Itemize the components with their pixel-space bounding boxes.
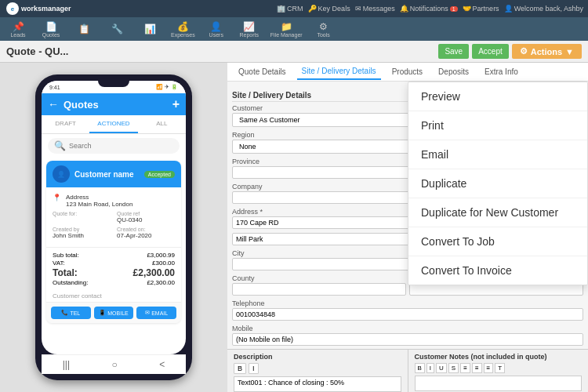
phone-quote-card: 👤 Customer name Accepted 📍 Address 123 M… [46, 161, 181, 323]
phone-card-body: 📍 Address 123 Main Road, London Quote fo… [46, 187, 181, 247]
phone-quote-ref-box: Quote ref QU-0340 [117, 211, 175, 223]
phone-tab-all[interactable]: ALL [138, 115, 186, 133]
phone-circle-icon[interactable]: ○ [112, 359, 118, 370]
action-duplicate[interactable]: Duplicate [408, 169, 587, 198]
action-email[interactable]: Email [408, 140, 587, 169]
mobile-input[interactable] [232, 333, 583, 346]
phone-action-buttons: 📞 TEL 📱 MOBILE ✉ EMAIL [46, 302, 181, 323]
nav-messages[interactable]: ✉ Messages [355, 5, 395, 13]
phone-mobile-button[interactable]: 📱 MOBILE [94, 307, 134, 319]
phone-back-icon[interactable]: < [159, 359, 165, 370]
nav-crm[interactable]: 🏢 CRM [277, 5, 303, 13]
page-header-buttons: Save Accept ⚙ Actions ▼ [438, 44, 582, 59]
key-deals-icon: 🔑 [308, 5, 317, 13]
action-print[interactable]: Print [408, 111, 587, 140]
nav-item-5[interactable]: 📊 [138, 24, 162, 34]
brand-icon: e [6, 2, 19, 15]
phone-total-value: £2,300.00 [133, 267, 175, 278]
tab-extra-info[interactable]: Extra Info [480, 64, 523, 79]
actions-dropdown: Preview Print Email Duplicate Duplicate … [408, 82, 588, 285]
phone-back-button[interactable]: ← [48, 98, 59, 111]
nav-tools[interactable]: ⚙ Tools [312, 21, 336, 38]
phone-home-icon[interactable]: ||| [63, 359, 70, 370]
phone-search-input[interactable] [69, 142, 173, 150]
tab-site-delivery[interactable]: Site / Delivery Details [297, 64, 381, 80]
notes-underline-button[interactable]: U [436, 363, 447, 373]
mobile-label: Mobile [232, 325, 583, 332]
notes-bold-button[interactable]: B [415, 363, 425, 373]
notes-align-right-button[interactable]: ≡ [484, 363, 494, 373]
user-icon: 👤 [504, 5, 513, 13]
phone-outstanding-value: £2,300.00 [147, 279, 175, 286]
editor-toolbar: B I [234, 363, 401, 374]
notes-strikethrough-button[interactable]: S [448, 363, 459, 373]
nav5-icon: 📊 [144, 24, 156, 34]
tab-products[interactable]: Products [387, 64, 427, 79]
description-content[interactable]: Text001 : Chance of closing : 50% [234, 376, 401, 392]
notes-align-center-button[interactable]: ≡ [472, 363, 482, 373]
telephone-input[interactable] [232, 308, 583, 321]
phone-vat-value: £300.00 [152, 260, 175, 267]
reports-icon: 📈 [243, 21, 255, 32]
phone-address-row: 📍 Address 123 Main Road, London [53, 194, 175, 208]
phone-total-row: Total: £2,300.00 [53, 267, 175, 278]
phone-location-icon: 📍 [53, 194, 61, 201]
phone-mockup: 9:41 📶 ✈ 🔋 ← Quotes + DRAFT ACTIONED ALL [35, 74, 192, 380]
nav-welcome[interactable]: 👤 Welcome back, Ashby [504, 5, 583, 13]
editor-italic-button[interactable]: I [249, 363, 259, 374]
brand-name: worksmanager [21, 5, 71, 13]
phone-tel-button[interactable]: 📞 TEL [51, 307, 91, 319]
action-duplicate-new-customer[interactable]: Duplicate for New Customer [408, 198, 587, 227]
phone-contact-label: Customer contact [46, 290, 181, 302]
nav-notifications[interactable]: 🔔 Notifications 1 [400, 5, 458, 13]
notes-text-button[interactable]: T [495, 363, 505, 373]
action-convert-to-invoice[interactable]: Convert To Invoice [408, 256, 587, 285]
editor-bold-button[interactable]: B [234, 363, 246, 374]
nav3-icon: 📋 [78, 24, 90, 34]
accept-button[interactable]: Accept [472, 44, 509, 59]
phone-header: ← Quotes + [42, 93, 186, 115]
right-content: Quote Details Site / Delivery Details Pr… [227, 63, 588, 392]
nav-expenses[interactable]: 💰 Expenses [171, 21, 195, 38]
phone-search-bar: 🔍 [48, 138, 180, 154]
phone-tabs: DRAFT ACTIONED ALL [42, 115, 186, 134]
phone-time: 9:41 [49, 85, 60, 90]
nav-leads[interactable]: 📌 Leads [6, 21, 30, 38]
partners-icon: 🤝 [463, 5, 471, 13]
nav-users[interactable]: 👤 Users [205, 21, 228, 38]
crm-icon: 🏢 [277, 5, 285, 13]
notes-italic-button[interactable]: I [426, 363, 434, 373]
save-button[interactable]: Save [438, 44, 469, 59]
action-convert-to-job[interactable]: Convert To Job [408, 227, 587, 256]
nav-partners[interactable]: 🤝 Partners [463, 5, 499, 13]
expenses-icon: 💰 [177, 21, 189, 32]
telephone-label: Telephone [232, 299, 583, 307]
nav-item-3[interactable]: 📋 [72, 24, 96, 34]
nav-reports[interactable]: 📈 Reports [238, 21, 261, 38]
phone-bottom-bar: ||| ○ < [42, 354, 186, 374]
tab-deposits[interactable]: Deposits [434, 64, 474, 79]
phone-email-button[interactable]: ✉ EMAIL [136, 307, 176, 319]
quotes-icon: 📄 [45, 21, 57, 32]
actions-button[interactable]: ⚙ Actions ▼ [512, 44, 582, 59]
users-icon: 👤 [210, 21, 222, 32]
phone-tab-draft[interactable]: DRAFT [42, 115, 89, 133]
notes-content[interactable] [415, 376, 583, 391]
nav-key-deals[interactable]: 🔑 Key Deals [308, 5, 350, 13]
gear-icon: ⚙ [520, 46, 528, 56]
nav-item-4[interactable]: 🔧 [105, 24, 129, 34]
action-preview[interactable]: Preview [408, 82, 587, 111]
notification-badge: 1 [450, 6, 458, 12]
leads-icon: 📌 [13, 21, 24, 32]
file-manager-icon: 📁 [281, 21, 292, 32]
phone-tab-actioned[interactable]: ACTIONED [89, 115, 137, 133]
tab-quote-details[interactable]: Quote Details [234, 64, 291, 79]
county-input[interactable] [232, 283, 406, 296]
page-title: Quote - QU... [6, 45, 68, 57]
nav-quotes[interactable]: 📄 Quotes [39, 21, 63, 38]
nav-file-manager[interactable]: 📁 File Manager [270, 21, 303, 38]
phone-add-button[interactable]: + [172, 97, 180, 111]
phone-address-detail: 123 Main Road, London [66, 201, 132, 208]
phone-subtotal-value: £3,000.99 [147, 252, 175, 259]
notes-align-left-button[interactable]: ≡ [460, 363, 470, 373]
